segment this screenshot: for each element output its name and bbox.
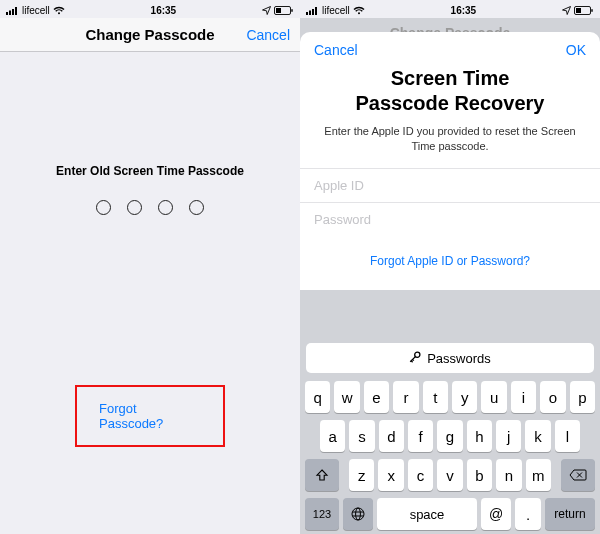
svg-rect-5 [276,8,281,13]
passcode-dot [158,200,173,215]
at-key[interactable]: @ [481,498,511,530]
sheet-subtitle: Enter the Apple ID you provided to reset… [300,124,600,168]
passcode-dot [96,200,111,215]
svg-point-14 [415,352,420,357]
status-bar: lifecell 16:35 [300,0,600,18]
space-key[interactable]: space [377,498,477,530]
letter-key-t[interactable]: t [423,381,448,413]
sheet-cancel-button[interactable]: Cancel [314,42,358,58]
letter-key-y[interactable]: y [452,381,477,413]
letter-key-q[interactable]: q [305,381,330,413]
apple-id-field[interactable]: Apple ID [300,168,600,202]
recovery-sheet: Cancel OK Screen Time Passcode Recovery … [300,32,600,290]
svg-rect-1 [9,10,11,15]
period-key[interactable]: . [515,498,541,530]
numbers-key[interactable]: 123 [305,498,339,530]
svg-rect-0 [6,12,8,15]
key-icon [409,351,421,366]
svg-rect-12 [576,8,581,13]
cellular-signal-icon [6,6,19,15]
carrier-label: lifecell [22,5,50,16]
letter-key-e[interactable]: e [364,381,389,413]
svg-rect-9 [312,9,314,15]
letter-key-s[interactable]: s [349,420,374,452]
battery-icon [274,6,294,15]
svg-rect-6 [291,9,292,12]
password-autofill-bar[interactable]: Passwords [306,343,594,373]
status-time: 16:35 [151,5,177,16]
letter-key-d[interactable]: d [379,420,404,452]
passcode-dot [127,200,142,215]
return-key[interactable]: return [545,498,595,530]
phone-passcode-recovery: lifecell 16:35 Change Passcode Cancel OK [300,0,600,534]
sheet-title: Screen Time Passcode Recovery [300,62,600,124]
sheet-title-line: Screen Time [391,67,510,89]
svg-point-16 [356,508,361,520]
svg-rect-3 [15,7,17,15]
keyboard-row: 123 space @ . return [302,498,598,530]
letter-key-a[interactable]: a [320,420,345,452]
wifi-icon [353,6,365,15]
svg-rect-13 [591,9,592,12]
keyboard-row: qwertyuiop [302,381,598,413]
wifi-icon [53,6,65,15]
letter-key-i[interactable]: i [511,381,536,413]
letter-key-v[interactable]: v [437,459,462,491]
cellular-signal-icon [306,6,319,15]
passcode-dots[interactable] [0,200,300,215]
password-field[interactable]: Password [300,202,600,236]
letter-key-x[interactable]: x [378,459,403,491]
nav-bar: Change Passcode Cancel [0,18,300,52]
sheet-ok-button[interactable]: OK [566,42,586,58]
phone-change-passcode: lifecell 16:35 Change Passcode Cancel En… [0,0,300,534]
forgot-passcode-highlight: Forgot Passcode? [75,385,225,447]
location-icon [562,6,571,15]
cancel-button[interactable]: Cancel [246,27,290,43]
backspace-key[interactable] [561,459,595,491]
letter-key-l[interactable]: l [555,420,580,452]
letter-key-n[interactable]: n [496,459,521,491]
svg-point-15 [352,508,364,520]
sheet-title-line: Passcode Recovery [355,92,544,114]
keyboard: Passwords qwertyuiop asdfghjkl zxcvbnm 1… [300,337,600,534]
keyboard-row: zxcvbnm [302,459,598,491]
carrier-label: lifecell [322,5,350,16]
forgot-apple-id-link[interactable]: Forgot Apple ID or Password? [300,236,600,290]
location-icon [262,6,271,15]
letter-key-w[interactable]: w [334,381,359,413]
keyboard-row: asdfghjkl [302,420,598,452]
passcode-prompt: Enter Old Screen Time Passcode [0,164,300,178]
svg-rect-2 [12,9,14,15]
letter-key-k[interactable]: k [525,420,550,452]
status-time: 16:35 [451,5,477,16]
shift-key[interactable] [305,459,339,491]
letter-key-f[interactable]: f [408,420,433,452]
letter-key-u[interactable]: u [481,381,506,413]
letter-key-c[interactable]: c [408,459,433,491]
letter-key-o[interactable]: o [540,381,565,413]
status-bar: lifecell 16:35 [0,0,300,18]
svg-rect-7 [306,12,308,15]
battery-icon [574,6,594,15]
letter-key-p[interactable]: p [570,381,595,413]
letter-key-j[interactable]: j [496,420,521,452]
svg-rect-8 [309,10,311,15]
svg-rect-10 [315,7,317,15]
letter-key-z[interactable]: z [349,459,374,491]
letter-key-g[interactable]: g [437,420,462,452]
passcode-dot [189,200,204,215]
letter-key-h[interactable]: h [467,420,492,452]
letter-key-r[interactable]: r [393,381,418,413]
letter-key-b[interactable]: b [467,459,492,491]
nav-title: Change Passcode [85,26,214,43]
autofill-label: Passwords [427,351,491,366]
letter-key-m[interactable]: m [526,459,551,491]
globe-key[interactable] [343,498,373,530]
forgot-passcode-link[interactable]: Forgot Passcode? [99,401,201,431]
